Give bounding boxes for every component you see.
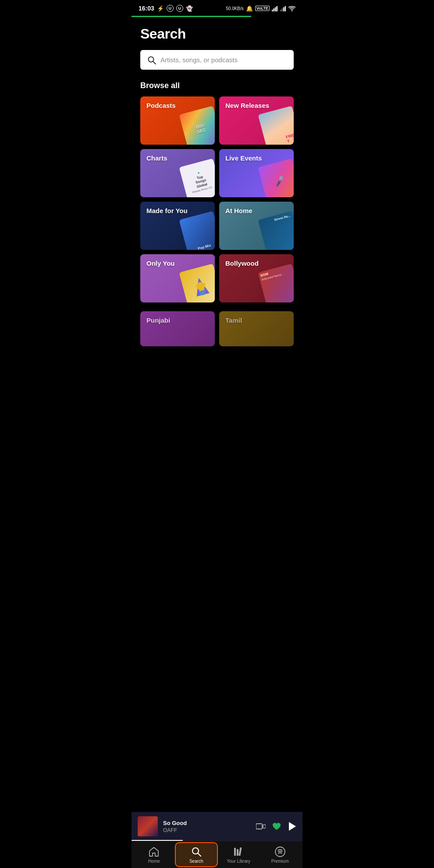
connect-device-button[interactable] [256, 822, 266, 830]
status-right: 50.0KB/s 🔔 VoLTE [226, 5, 295, 12]
now-playing-bar[interactable]: So Good OAFF [132, 812, 302, 841]
nav-item-premium[interactable]: Premium [260, 843, 301, 866]
bottom-nav: Home Search Your Library [132, 841, 302, 868]
category-label-bollywood: Bollywood [225, 260, 259, 267]
track-title: So Good [163, 820, 251, 826]
category-label-at-home: At Home [225, 207, 253, 215]
app-icon-3: 👻 [186, 5, 193, 12]
nav-label-search: Search [189, 859, 203, 864]
main-content: Search Artists, songs, or podcasts Brows… [132, 17, 302, 346]
play-button[interactable] [288, 822, 296, 831]
category-card-made-for-you[interactable]: Made for You Pop Mix [140, 202, 215, 250]
svg-line-20 [198, 854, 201, 857]
category-card-at-home[interactable]: At Home Stress Re... [219, 202, 294, 250]
nav-label-library: Your Library [227, 859, 250, 864]
nav-item-search[interactable]: Search [175, 842, 218, 867]
category-card-tamil[interactable]: Tamil [219, 311, 294, 346]
network-speed: 50.0KB/s [226, 6, 244, 11]
category-label-live-events: Live Events [225, 154, 262, 162]
status-left: 16:03 ⚡ U U 👻 [139, 5, 193, 12]
spotify-icon [275, 846, 285, 857]
svg-line-10 [153, 61, 156, 64]
bell-icon: 🔔 [246, 5, 253, 12]
signal-icon-1 [272, 5, 278, 11]
nav-label-premium: Premium [271, 859, 289, 864]
svg-point-8 [292, 10, 292, 11]
svg-rect-3 [277, 6, 278, 11]
category-card-new-releases[interactable]: New Releases FRIDAY [219, 96, 294, 145]
page-title: Search [140, 26, 294, 42]
browse-all-title: Browse all [140, 81, 294, 90]
category-label-tamil: Tamil [225, 317, 242, 324]
category-label-charts: Charts [146, 154, 167, 162]
svg-rect-15 [256, 824, 262, 829]
category-label-new-releases: New Releases [225, 102, 269, 110]
svg-rect-7 [285, 6, 286, 11]
category-card-charts[interactable]: Charts ● TopSongsGlobal Weekly Music Ch.… [140, 149, 215, 197]
svg-rect-23 [239, 847, 242, 856]
playback-controls [256, 822, 296, 831]
category-card-punjabi[interactable]: Punjabi [140, 311, 215, 346]
svg-rect-2 [275, 7, 276, 11]
search-bar[interactable]: Artists, songs, or podcasts [140, 50, 294, 70]
status-bar: 16:03 ⚡ U U 👻 50.0KB/s 🔔 VoLTE [132, 0, 302, 16]
status-time: 16:03 [139, 5, 154, 12]
track-artist: OAFF [163, 827, 251, 833]
category-card-live-events[interactable]: Live Events 🎤 [219, 149, 294, 197]
library-icon [233, 846, 244, 857]
category-label-podcasts: Podcasts [146, 102, 176, 110]
svg-rect-1 [274, 8, 275, 11]
home-icon [149, 846, 159, 857]
nav-item-library[interactable]: Your Library [218, 843, 260, 866]
app-icon-1: U [167, 5, 174, 12]
svg-rect-5 [282, 8, 283, 11]
category-label-only-you: Only You [146, 260, 174, 267]
category-card-podcasts[interactable]: Podcasts DIS/SEC [140, 96, 215, 145]
svg-rect-22 [237, 849, 238, 856]
svg-rect-6 [283, 7, 285, 11]
volte-icon: VoLTE [255, 6, 270, 11]
svg-rect-0 [272, 10, 273, 11]
category-card-bollywood[interactable]: Bollywood BDMBollywood Dance... [219, 254, 294, 302]
album-art [138, 816, 158, 836]
nav-label-home: Home [148, 859, 160, 864]
bolt-icon: ⚡ [157, 5, 164, 12]
search-nav-icon [191, 846, 202, 857]
category-card-only-you[interactable]: Only You [140, 254, 215, 302]
search-input-placeholder[interactable]: Artists, songs, or podcasts [160, 56, 238, 64]
app-icon-2: U [176, 5, 183, 12]
svg-point-24 [275, 847, 285, 857]
svg-rect-21 [234, 848, 236, 856]
nav-item-home[interactable]: Home [133, 843, 175, 866]
svg-marker-18 [289, 822, 296, 831]
svg-rect-4 [280, 10, 281, 11]
wifi-icon [288, 5, 295, 11]
now-playing-info: So Good OAFF [163, 820, 251, 833]
category-label-punjabi: Punjabi [146, 317, 170, 324]
category-grid: Podcasts DIS/SEC New Releases FRIDAY Cha… [140, 96, 294, 307]
like-button[interactable] [272, 822, 281, 831]
signal-icon-2 [280, 5, 286, 11]
category-label-made-for-you: Made for You [146, 207, 188, 215]
partial-category-row: Punjabi Tamil [140, 311, 294, 346]
svg-rect-16 [263, 825, 266, 828]
search-icon [147, 55, 156, 64]
